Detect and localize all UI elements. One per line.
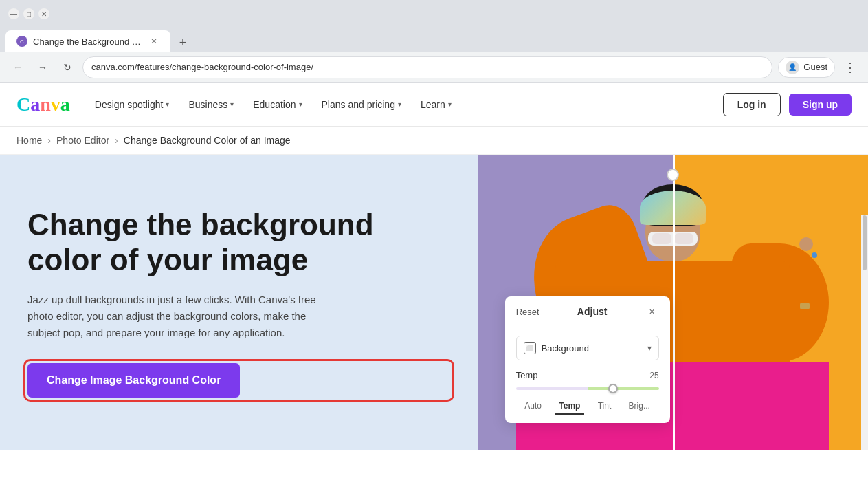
adjust-panel-header: Reset Adjust × [505, 296, 670, 327]
tab-title: Change the Background Colo... [33, 36, 143, 47]
tab-auto[interactable]: Auto [520, 398, 546, 415]
profile-label: Guest [803, 62, 827, 72]
breadcrumb-separator-1: › [47, 135, 51, 146]
chevron-down-icon: ▾ [166, 100, 169, 108]
address-bar: ← → ↻ canva.com/features/change-backgrou… [0, 52, 868, 83]
logo-text: Canva [16, 94, 70, 115]
browser-menu-button[interactable]: ⋮ [841, 58, 860, 77]
nav-learn-label: Learn [421, 99, 445, 110]
window-controls: — □ ✕ [8, 8, 49, 19]
temp-slider-thumb[interactable] [608, 384, 618, 393]
adjust-dropdown[interactable]: ⬜ Background ▾ [516, 336, 659, 360]
tab-close-button[interactable]: ✕ [148, 36, 159, 47]
nav-learn[interactable]: Learn ▾ [412, 94, 460, 116]
image-container: Reset Adjust × ⬜ Background ▾ Temp 25 [478, 155, 868, 450]
new-tab-button[interactable]: + [173, 33, 192, 52]
tab-favicon: C [16, 36, 27, 47]
signup-button[interactable]: Sign up [789, 94, 852, 116]
window-close-button[interactable]: ✕ [38, 8, 49, 19]
url-text: canva.com/features/change-background-col… [91, 62, 764, 72]
hero-left: Change the background color of your imag… [0, 155, 478, 450]
url-bar[interactable]: canva.com/features/change-background-col… [82, 56, 772, 78]
chevron-down-icon: ▾ [230, 100, 234, 108]
nav-design-spotlight-label: Design spotlight [95, 99, 164, 110]
login-button[interactable]: Log in [723, 93, 781, 116]
reload-button[interactable]: ↻ [58, 58, 77, 77]
chevron-down-icon: ▾ [398, 100, 401, 108]
slider-label: Temp [516, 370, 643, 380]
window-title-bar: — □ ✕ [0, 0, 868, 28]
nav-education[interactable]: Education ▾ [245, 94, 310, 116]
hero-right: Reset Adjust × ⬜ Background ▾ Temp 25 [478, 155, 868, 450]
breadcrumb-separator-2: › [115, 135, 118, 146]
logo[interactable]: Canva [16, 94, 70, 116]
split-handle[interactable] [667, 169, 679, 181]
breadcrumb-photo-editor[interactable]: Photo Editor [56, 135, 109, 146]
nav-actions: Log in Sign up [723, 93, 852, 116]
cta-wrapper: Change Image Background Color [27, 363, 450, 398]
split-divider [673, 155, 675, 450]
breadcrumb: Home › Photo Editor › Change Background … [0, 127, 868, 155]
hero-description: Jazz up dull backgrounds in just a few c… [27, 292, 330, 341]
profile-button[interactable]: 👤 Guest [778, 57, 835, 78]
breadcrumb-home[interactable]: Home [16, 135, 42, 146]
nav-education-label: Education [253, 99, 296, 110]
browser-title-bar: — □ ✕ C Change the Background Colo... ✕ … [0, 0, 868, 83]
hero-section: Change the background color of your imag… [0, 155, 868, 450]
active-tab[interactable]: C Change the Background Colo... ✕ [5, 30, 170, 52]
chevron-down-icon: ▾ [647, 343, 652, 353]
profile-icon: 👤 [786, 61, 799, 74]
nav-items: Design spotlight ▾ Business ▾ Education … [87, 94, 723, 116]
adjust-panel-title: Adjust [539, 306, 645, 317]
temp-slider-track[interactable] [516, 387, 659, 390]
maximize-button[interactable]: □ [23, 8, 34, 19]
temp-slider-row: Temp 25 [516, 370, 659, 380]
tab-brig[interactable]: Brig... [625, 398, 654, 415]
adjust-dropdown-icon: ⬜ [524, 342, 536, 354]
back-button[interactable]: ← [8, 58, 27, 77]
tabs-bar: C Change the Background Colo... ✕ + [0, 28, 868, 52]
page-content: Canva Design spotlight ▾ Business ▾ Educ… [0, 83, 868, 450]
adjust-panel-body: ⬜ Background ▾ Temp 25 Auto [505, 327, 670, 423]
nav-plans-pricing-label: Plans and pricing [322, 99, 395, 110]
nav-business-label: Business [188, 99, 227, 110]
minimize-button[interactable]: — [8, 8, 19, 19]
adjust-reset-button[interactable]: Reset [516, 307, 539, 317]
adjust-panel: Reset Adjust × ⬜ Background ▾ Temp 25 [505, 296, 670, 423]
tab-temp[interactable]: Temp [555, 398, 584, 415]
nav-business[interactable]: Business ▾ [180, 94, 242, 116]
tab-tint[interactable]: Tint [594, 398, 616, 415]
adjust-close-button[interactable]: × [645, 305, 659, 318]
forward-button[interactable]: → [33, 58, 52, 77]
nav-plans-pricing[interactable]: Plans and pricing ▾ [313, 94, 410, 116]
breadcrumb-current: Change Background Color of an Image [124, 135, 291, 146]
chevron-down-icon: ▾ [299, 100, 302, 108]
chevron-down-icon: ▾ [448, 100, 452, 108]
nav-design-spotlight[interactable]: Design spotlight ▾ [87, 94, 178, 116]
hero-title: Change the background color of your imag… [27, 208, 450, 277]
arrow-icon: ➤ [157, 444, 219, 450]
slider-value: 25 [643, 371, 659, 380]
adjust-dropdown-label: Background [542, 343, 647, 354]
main-nav: Canva Design spotlight ▾ Business ▾ Educ… [0, 83, 868, 127]
cta-button[interactable]: Change Image Background Color [27, 363, 240, 398]
adjust-tabs: Auto Temp Tint Brig... [516, 398, 659, 415]
